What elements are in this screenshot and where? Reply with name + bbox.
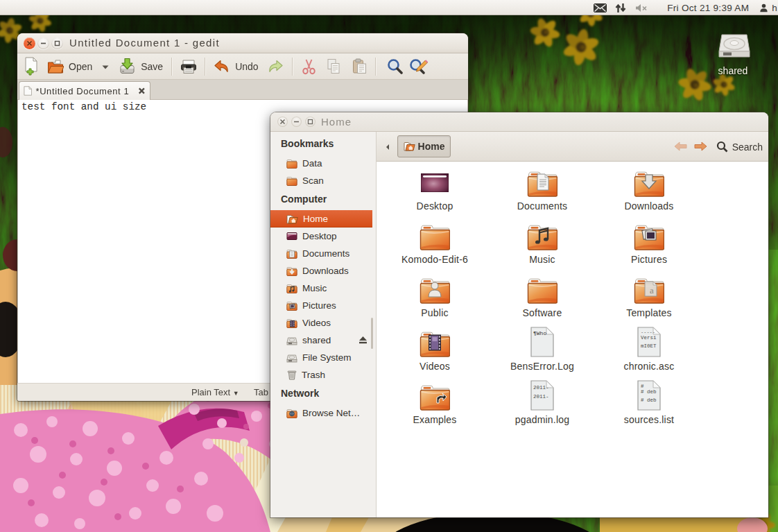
svg-text:mI0ET: mI0ET — [641, 343, 657, 349]
svg-text:2011-: 2011- — [533, 394, 549, 400]
svg-text:#: # — [641, 384, 644, 389]
svg-text:# deb: # deb — [641, 389, 657, 395]
svg-text:2011-: 2011- — [533, 385, 549, 391]
svg-text:-----: ----- — [641, 329, 655, 335]
svg-text:a: a — [650, 285, 654, 295]
svg-text:Versi: Versi — [641, 335, 657, 341]
svg-text:¶Who: ¶Who — [533, 330, 546, 336]
svg-text:# deb: # deb — [641, 397, 657, 403]
